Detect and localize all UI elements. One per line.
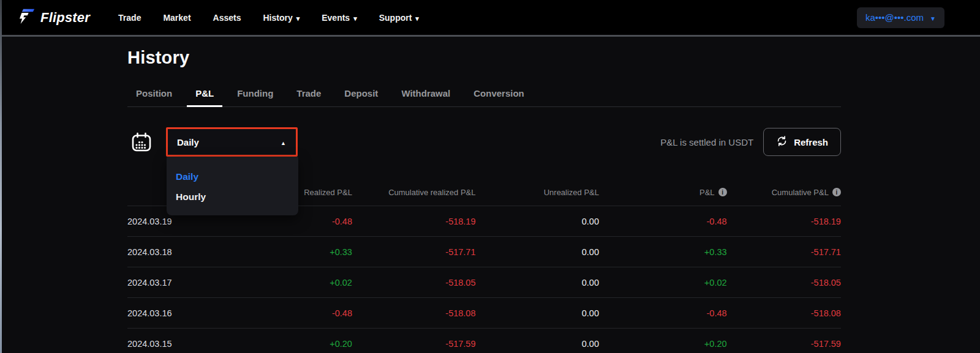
navbar-divider: [0, 35, 980, 37]
pnl-cell: -0.48: [599, 217, 727, 226]
nav-item-label: Market: [163, 13, 190, 23]
pnl-cell: +0.20: [599, 339, 727, 349]
unrealized-pnl-cell: 0.00: [475, 278, 599, 288]
nav-item[interactable]: Assets: [213, 13, 241, 23]
column-header-label: Cumulative P&L: [772, 188, 829, 197]
column-header-label: P&L: [699, 188, 715, 197]
column-header: Cumulative realized P&L: [352, 188, 476, 197]
day-cell: 2024.03.19: [127, 217, 256, 226]
realized-pnl-cell: +0.33: [256, 247, 352, 257]
nav-item-label: History: [263, 13, 292, 23]
cumulative-realized-pnl-cell: -518.08: [352, 308, 476, 318]
column-header-label: Unrealized P&L: [544, 188, 599, 197]
day-cell: 2024.03.16: [127, 308, 256, 318]
tab-label: Withdrawal: [401, 88, 450, 98]
cumulative-realized-pnl-cell: -517.59: [352, 339, 476, 349]
cumulative-pnl-cell: -517.59: [727, 339, 841, 349]
pnl-cell: -0.48: [599, 308, 727, 318]
history-tab[interactable]: Trade: [288, 84, 330, 106]
tab-label: P&L: [195, 88, 214, 98]
brand-name: Flipster: [40, 10, 90, 26]
interval-option[interactable]: Daily: [167, 166, 298, 187]
unrealized-pnl-cell: 0.00: [475, 217, 599, 226]
nav-item-label: Assets: [213, 13, 241, 23]
cumulative-pnl-cell: -518.08: [727, 308, 841, 318]
page-title: History: [127, 48, 841, 68]
table-row: 2024.03.15 +0.20 -517.59 0.00 +0.20 -517…: [127, 328, 841, 353]
cumulative-realized-pnl-cell: -517.71: [352, 247, 476, 257]
chevron-down-icon: [353, 13, 357, 23]
settlement-note: P&L is settled in USDT: [660, 137, 753, 147]
nav-item[interactable]: Support: [379, 13, 419, 23]
info-icon[interactable]: [718, 188, 727, 196]
unrealized-pnl-cell: 0.00: [475, 339, 599, 349]
nav-item[interactable]: Market: [163, 13, 190, 23]
nav-item-label: Trade: [118, 13, 141, 23]
flipster-logo-icon: [18, 8, 35, 27]
table-row: 2024.03.17 +0.02 -518.05 0.00 +0.02 -518…: [127, 267, 841, 297]
flipster-history-page: Flipster Trade Market Assets: [0, 0, 980, 353]
table-row: 2024.03.18 +0.33 -517.71 0.00 +0.33 -517…: [127, 236, 841, 267]
interval-option-label: Daily: [176, 171, 198, 182]
pnl-cell: +0.02: [599, 278, 727, 288]
user-email: ka•••@•••.com: [865, 12, 924, 23]
tab-label: Conversion: [473, 88, 524, 98]
cumulative-realized-pnl-cell: -518.19: [352, 217, 476, 226]
column-header: P&L: [599, 188, 727, 197]
chevron-down-icon: [296, 13, 300, 23]
unrealized-pnl-cell: 0.00: [475, 308, 599, 318]
flipster-logo[interactable]: Flipster: [18, 8, 90, 27]
pnl-cell: +0.33: [599, 247, 727, 257]
history-tab[interactable]: Conversion: [465, 84, 533, 106]
interval-option-label: Hourly: [176, 191, 206, 202]
nav-item[interactable]: Events: [322, 13, 356, 23]
tab-label: Position: [136, 88, 172, 98]
history-tabs: Position P&L Funding Trade Deposit: [127, 84, 841, 107]
unrealized-pnl-cell: 0.00: [475, 247, 599, 257]
pnl-table-body: 2024.03.19 -0.48 -518.19 0.00 -0.48 -518…: [127, 206, 841, 353]
table-row: 2024.03.16 -0.48 -518.08 0.00 -0.48 -518…: [127, 297, 841, 328]
cumulative-pnl-cell: -518.19: [727, 217, 841, 226]
filter-right-group: P&L is settled in USDT Refresh: [660, 128, 841, 156]
cumulative-pnl-cell: -518.05: [727, 278, 841, 288]
nav-item[interactable]: Trade: [118, 13, 141, 23]
window-edge-strip: [0, 0, 2, 353]
calendar-icon: [131, 132, 152, 152]
history-tab[interactable]: Position: [127, 84, 181, 106]
interval-dropdown[interactable]: Daily: [166, 127, 298, 157]
cumulative-pnl-cell: -517.71: [727, 247, 841, 257]
column-header-label: Realized P&L: [304, 188, 352, 197]
nav-item[interactable]: History: [263, 13, 300, 23]
realized-pnl-cell: +0.20: [256, 339, 352, 349]
history-content: History Position P&L Funding Trade: [127, 48, 841, 353]
tab-label: Deposit: [344, 88, 378, 98]
realized-pnl-cell: -0.48: [256, 308, 352, 318]
history-tab[interactable]: Funding: [228, 84, 282, 106]
day-cell: 2024.03.18: [127, 247, 256, 257]
info-icon[interactable]: [832, 188, 841, 196]
filter-row: Daily Daily Hourly P&L is settled in USD…: [127, 127, 841, 157]
chevron-down-icon: [930, 12, 936, 23]
refresh-icon: [776, 135, 788, 149]
refresh-button[interactable]: Refresh: [763, 128, 841, 156]
account-menu-button[interactable]: ka•••@•••.com: [857, 7, 944, 28]
cumulative-realized-pnl-cell: -518.05: [352, 278, 476, 288]
chevron-up-icon: [281, 136, 286, 147]
column-header-label: Cumulative realized P&L: [388, 188, 475, 197]
history-tab[interactable]: Deposit: [336, 84, 386, 106]
column-header: Cumulative P&L: [727, 188, 841, 197]
interval-dropdown-menu: Daily Hourly: [167, 157, 298, 215]
realized-pnl-cell: -0.48: [256, 217, 352, 226]
realized-pnl-cell: +0.02: [256, 278, 352, 288]
tab-label: Trade: [296, 88, 321, 98]
main-nav: Trade Market Assets History: [118, 13, 419, 23]
nav-item-label: Support: [379, 13, 412, 23]
history-tab[interactable]: Withdrawal: [393, 84, 459, 106]
interval-option[interactable]: Hourly: [167, 187, 298, 207]
history-tab[interactable]: P&L: [187, 84, 222, 106]
refresh-button-label: Refresh: [794, 137, 828, 147]
column-header: Unrealized P&L: [475, 188, 599, 197]
interval-dropdown-value: Daily: [177, 137, 199, 147]
day-cell: 2024.03.15: [127, 339, 256, 349]
nav-item-label: Events: [322, 13, 350, 23]
